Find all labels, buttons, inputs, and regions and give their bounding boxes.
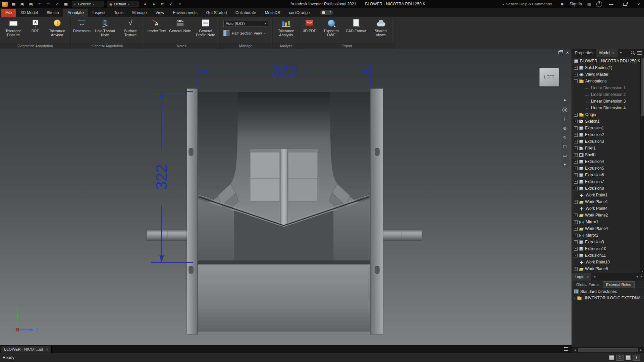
tab-get-started[interactable]: Get Started bbox=[202, 9, 231, 17]
view-grid-icon[interactable]: ▦ bbox=[63, 1, 69, 7]
material-combobox[interactable]: ◐ Generic ▾ bbox=[72, 1, 104, 7]
viewport[interactable]: 322 322 Y Z × bbox=[0, 49, 572, 345]
tree-item[interactable]: BLOWER - NICOTRA RDH 250 K bbox=[572, 58, 644, 64]
ribbon-button[interactable]: Tolerance Advisor bbox=[44, 17, 70, 43]
help-search-input[interactable]: ▸ Search Help & Commands... bbox=[503, 2, 555, 6]
color-swatch-green-icon[interactable]: ● bbox=[151, 1, 157, 7]
tree-expander[interactable]: + bbox=[574, 113, 578, 117]
tab-inspect[interactable]: Inspect bbox=[88, 9, 110, 17]
add-tab-button[interactable]: + bbox=[618, 49, 624, 57]
logic-hscrollbar[interactable]: ◄ ► bbox=[572, 347, 644, 353]
chevron-right-icon[interactable]: › bbox=[574, 296, 575, 300]
half-section-view-button[interactable]: Half Section View ▾ bbox=[223, 30, 266, 36]
home-icon[interactable]: ⌂ bbox=[54, 1, 60, 7]
ribbon-button[interactable]: Shared Views bbox=[368, 17, 393, 43]
scrollbar-thumb[interactable] bbox=[641, 58, 644, 116]
tree-expander[interactable]: + bbox=[574, 200, 578, 204]
tree-expander[interactable]: + bbox=[574, 214, 578, 217]
tree-item[interactable]: + Sketch1 bbox=[572, 118, 644, 125]
tab-file[interactable]: File bbox=[1, 9, 16, 17]
tree-item[interactable]: + Extrusion1 bbox=[572, 125, 644, 131]
scroll-left-icon[interactable]: ◄ bbox=[635, 273, 639, 281]
app-logo-icon[interactable]: I bbox=[2, 2, 8, 7]
appearance-combobox[interactable]: ◉ Default ▾ bbox=[107, 1, 139, 7]
tree-item[interactable]: + Extrusion8 bbox=[572, 185, 644, 192]
tree-item[interactable]: Linear Dimension 4 bbox=[572, 105, 644, 111]
ribbon-button[interactable]: Tolerance Feature bbox=[1, 17, 26, 43]
tree-scrollbar[interactable]: ▼ bbox=[640, 57, 644, 273]
tree-item[interactable]: + Work Plane4 bbox=[572, 225, 644, 232]
tree-expander[interactable]: + bbox=[574, 187, 578, 190]
tree-item[interactable]: Work Point10 bbox=[572, 259, 644, 265]
tree-item[interactable]: + Work Plane1 bbox=[572, 198, 644, 205]
nav-more-icon[interactable]: ▾ bbox=[564, 162, 566, 167]
tab-sketch[interactable]: Sketch bbox=[42, 9, 63, 17]
collaborate-icon[interactable]: ○ bbox=[177, 1, 183, 7]
viewcube[interactable]: LEFT bbox=[539, 68, 559, 86]
tree-item[interactable]: + Fillet1 bbox=[572, 145, 644, 152]
tree-item[interactable]: + Work Plane6 bbox=[572, 265, 644, 272]
tab-list-menu-icon[interactable] bbox=[564, 347, 568, 351]
tree-expander[interactable]: + bbox=[574, 254, 578, 257]
tree-item[interactable]: + Solid Bodies(1) bbox=[572, 64, 644, 71]
tree-expander[interactable]: + bbox=[574, 126, 578, 130]
ribbon-group-label[interactable]: Notes bbox=[144, 43, 219, 49]
scrollbar-thumb[interactable] bbox=[578, 348, 638, 352]
tab-coolorange[interactable]: coolOrange bbox=[284, 9, 314, 17]
tree-item[interactable]: + Extrusion2 bbox=[572, 131, 644, 138]
tree-expander[interactable]: + bbox=[574, 180, 578, 184]
tree-expander[interactable]: + bbox=[574, 73, 578, 76]
tab-environments[interactable]: Environments bbox=[168, 9, 202, 17]
tree-expander[interactable]: + bbox=[574, 267, 578, 271]
close-icon[interactable]: × bbox=[612, 49, 614, 57]
tree-item[interactable]: + Extrusion5 bbox=[572, 165, 644, 172]
tree-expander[interactable]: + bbox=[574, 153, 578, 157]
tree-expander[interactable]: + bbox=[574, 240, 578, 244]
document-tab[interactable]: BLOWER - NICOT...ipt × bbox=[1, 346, 52, 353]
pan-icon[interactable]: ✛ bbox=[563, 117, 567, 122]
tree-item[interactable]: + Extrusion3 bbox=[572, 138, 644, 145]
tree-item[interactable]: + Mirror2 bbox=[572, 232, 644, 239]
ribbon-button[interactable]: CAD Format bbox=[344, 17, 368, 43]
tree-item[interactable]: Work Point1 bbox=[572, 192, 644, 198]
ribbon-button[interactable]: Tolerance Analysis bbox=[273, 17, 299, 43]
tree-expander[interactable]: + bbox=[574, 160, 578, 164]
ribbon-group-label[interactable]: Geometric Annotation bbox=[0, 43, 70, 49]
viewport-canvas[interactable]: 322 322 Y Z bbox=[0, 49, 572, 345]
tree-expander[interactable]: + bbox=[574, 167, 578, 170]
color-swatch-orange-icon[interactable]: ● bbox=[142, 1, 148, 7]
ribbon-group-label[interactable]: Export bbox=[300, 43, 394, 49]
tree-expander[interactable]: + bbox=[574, 173, 578, 177]
full-navigation-wheel-icon[interactable]: ◎ bbox=[562, 106, 568, 113]
tree-item[interactable]: + Origin bbox=[572, 111, 644, 118]
ribbon-button[interactable]: DRF bbox=[26, 17, 44, 43]
undo-icon[interactable]: ↶ bbox=[37, 1, 43, 7]
close-icon[interactable]: × bbox=[587, 274, 589, 281]
close-icon[interactable]: × bbox=[46, 346, 48, 353]
blower-model[interactable] bbox=[147, 88, 422, 334]
view-sheet-icon[interactable]: ▭ bbox=[563, 153, 567, 158]
ribbon-group-label[interactable]: General Annotation bbox=[71, 43, 144, 49]
ribbon-button[interactable]: 3D PDF bbox=[301, 17, 319, 43]
zoom-icon[interactable]: ⊕ bbox=[563, 126, 567, 131]
tree-expander[interactable]: + bbox=[574, 140, 578, 143]
tab-tools[interactable]: Tools bbox=[110, 9, 128, 17]
look-at-icon[interactable]: ◻ bbox=[563, 144, 567, 149]
measure-icon[interactable]: ∠ bbox=[168, 1, 174, 7]
tree-item[interactable]: Linear Dimension 2 bbox=[572, 91, 644, 98]
tree-expander[interactable]: + bbox=[574, 247, 578, 251]
tree-item[interactable]: + Extrusion9 bbox=[572, 239, 644, 245]
open-icon[interactable]: ▤ bbox=[28, 1, 34, 7]
ribbon-button[interactable]: Dimension bbox=[71, 17, 92, 43]
tree-item[interactable]: - Annotations bbox=[572, 78, 644, 84]
tree-item[interactable]: + Shell1 bbox=[572, 152, 644, 158]
logic-item-standard-directories[interactable]: Standard Directories bbox=[572, 288, 644, 295]
tree-expander[interactable]: - bbox=[574, 79, 578, 83]
tree-item[interactable]: + Extrusion7 bbox=[572, 178, 644, 185]
help-icon[interactable]: ? bbox=[596, 1, 602, 7]
add-tab-button[interactable]: + bbox=[591, 273, 598, 281]
maximize-button[interactable] bbox=[620, 0, 630, 8]
search-expand-icon[interactable]: ▸ bbox=[503, 3, 504, 6]
tree-item[interactable]: + Extrusion10 bbox=[572, 245, 644, 252]
fx-icon[interactable]: fx bbox=[160, 1, 165, 7]
